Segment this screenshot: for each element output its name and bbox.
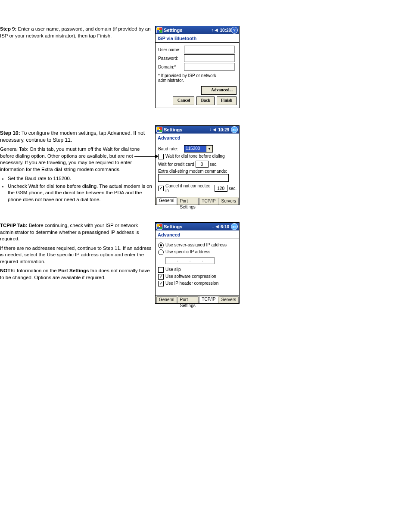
baud-value: 115200 — [184, 146, 206, 152]
step9-instruction: Enter a user name, password, and domain … — [0, 26, 151, 38]
server-ip-label: Use server-assigned IP address — [165, 243, 227, 247]
clock-2: 10:29 — [218, 128, 229, 132]
step10-text-block: Step 10: To configure the modem settings… — [0, 125, 155, 204]
wait-credit-post: sec. — [210, 162, 218, 167]
help-icon[interactable]: ? — [231, 27, 238, 34]
titlebar-3: Settings ↕ ◀ 6:10 ok — [156, 223, 239, 230]
domain-label: Domain:* — [158, 65, 184, 69]
bullet-baud: Set the Baud rate to 115200. — [8, 175, 155, 182]
sw-comp-checkbox[interactable] — [158, 274, 164, 280]
cancel-if-row[interactable]: Cancel if not connected in sec. — [158, 184, 237, 193]
finish-button[interactable]: Finish — [217, 96, 237, 105]
start-icon[interactable] — [156, 27, 162, 33]
password-label: Password: — [158, 56, 184, 61]
titlebar-2: Settings ↕ ◀ 10:29 ok — [156, 126, 239, 134]
arrow-head-icon — [156, 155, 159, 158]
wait-dial-checkbox[interactable] — [158, 154, 164, 159]
step10-bullets: Set the Baud rate to 115200. Uncheck Wai… — [8, 175, 155, 203]
cancel-if-pre: Cancel if not connected in — [165, 184, 213, 193]
tab-port-settings[interactable]: Port Settings — [177, 198, 199, 205]
screen3-tabbar: General Port Settings TCP/IP Servers — [156, 296, 239, 303]
wait-credit-pre: Wait for credit card — [158, 162, 194, 167]
specific-ip-radio[interactable] — [158, 249, 164, 255]
signal-icon: ↕ — [209, 128, 212, 132]
step10-text: To configure the modem settings, tap Adv… — [0, 130, 145, 143]
sound-icon: ◀ — [215, 28, 218, 32]
screen2-heading: Advanced — [156, 134, 239, 142]
cancel-if-post: sec. — [229, 186, 237, 191]
ok-button[interactable]: ok — [231, 126, 238, 133]
ip-header-checkbox[interactable] — [158, 281, 164, 286]
slip-row[interactable]: Use slip — [158, 267, 237, 273]
title-2: Settings — [164, 127, 182, 132]
server-ip-row[interactable]: Use server-assigned IP address — [158, 243, 237, 248]
screen3-heading: Advanced — [156, 230, 239, 239]
port-settings-note: NOTE: Information on the Port Settings t… — [0, 268, 155, 281]
back-button[interactable]: Back — [196, 96, 215, 105]
extra-dial-input[interactable] — [158, 174, 229, 182]
tab-general[interactable]: General — [156, 296, 177, 303]
baud-select[interactable]: 115200 ▼ — [184, 145, 213, 152]
start-icon[interactable] — [156, 127, 162, 133]
specific-ip-row[interactable]: Use specific IP address — [158, 249, 237, 255]
cancel-if-checkbox[interactable] — [158, 186, 164, 191]
bullet-uncheck: Uncheck Wait for dial tone before dialin… — [8, 183, 155, 203]
wait-credit-input[interactable] — [196, 161, 209, 168]
ip-address-input[interactable]: ... — [165, 257, 215, 264]
start-icon[interactable] — [156, 224, 162, 230]
domain-input[interactable] — [184, 63, 235, 71]
pocketpc-screen-1: Settings ↕ ◀ 10:28 ? ISP via Bluetooth U… — [155, 26, 240, 108]
extra-label: Extra dial-string modem commands: — [158, 169, 237, 174]
step9-text: Step 9: Enter a user name, password, and… — [0, 26, 155, 42]
server-ip-radio[interactable] — [158, 243, 164, 248]
clock-3: 6:10 — [221, 224, 229, 229]
pocketpc-screen-2: Settings ↕ ◀ 10:29 ok Advanced Baud rate… — [155, 125, 240, 205]
tab-tcpip[interactable]: TCP/IP — [199, 198, 218, 205]
signal-icon: ↕ — [211, 28, 213, 32]
step10-title: Step 10: — [0, 130, 20, 136]
tab-general[interactable]: General — [156, 197, 177, 205]
slip-checkbox[interactable] — [158, 267, 164, 273]
screen2-tabbar: General Port Settings TCP/IP Servers — [156, 197, 239, 205]
tab-servers[interactable]: Servers — [219, 198, 239, 205]
title-3: Settings — [164, 224, 182, 229]
tcpip-text-block: TCP/IP Tab: Before continuing, check wit… — [0, 222, 155, 283]
chevron-down-icon[interactable]: ▼ — [206, 146, 212, 152]
pocketpc-screen-3: Settings ↕ ◀ 6:10 ok Advanced Use server… — [155, 222, 240, 304]
baud-label: Baud rate: — [158, 146, 184, 151]
wait-dial-checkbox-row[interactable]: Wait for dial tone before dialing — [158, 154, 237, 159]
wait-credit-row: Wait for credit card sec. — [158, 161, 237, 168]
cancel-button[interactable]: Cancel — [173, 96, 194, 105]
tab-tcpip[interactable]: TCP/IP — [199, 296, 218, 303]
ip-header-row[interactable]: Use IP header compression — [158, 281, 237, 286]
cancel-if-input[interactable] — [215, 185, 227, 192]
sw-comp-label: Use software compression — [165, 274, 216, 279]
tab-port-settings[interactable]: Port Settings — [177, 296, 199, 303]
tcpip-p2: If there are no addresses required, cont… — [0, 245, 155, 265]
sound-icon: ◀ — [213, 128, 216, 132]
signal-icon: ↕ — [212, 224, 214, 229]
step10-general-tab-text: General Tab: On this tab, you must turn … — [0, 146, 155, 173]
titlebar-1: Settings ↕ ◀ 10:28 ? — [156, 26, 239, 34]
ok-button[interactable]: ok — [231, 223, 238, 230]
screen1-footnote: * If provided by ISP or network administ… — [158, 73, 237, 83]
wait-dial-label: Wait for dial tone before dialing — [165, 154, 225, 159]
specific-ip-label: Use specific IP address — [165, 249, 210, 254]
password-input[interactable] — [184, 54, 235, 62]
title-1: Settings — [164, 28, 182, 33]
sw-comp-row[interactable]: Use software compression — [158, 274, 237, 280]
slip-label: Use slip — [165, 267, 181, 272]
username-label: User name: — [158, 47, 184, 52]
sound-icon: ◀ — [215, 224, 219, 229]
ip-header-label: Use IP header compression — [165, 281, 218, 286]
screen1-heading: ISP via Bluetooth — [156, 34, 239, 43]
advanced-button[interactable]: Advanced... — [201, 86, 237, 95]
username-input[interactable] — [184, 46, 235, 53]
arrow-line — [134, 156, 156, 157]
clock-1: 10:28 — [220, 28, 231, 33]
tab-servers[interactable]: Servers — [219, 296, 239, 303]
